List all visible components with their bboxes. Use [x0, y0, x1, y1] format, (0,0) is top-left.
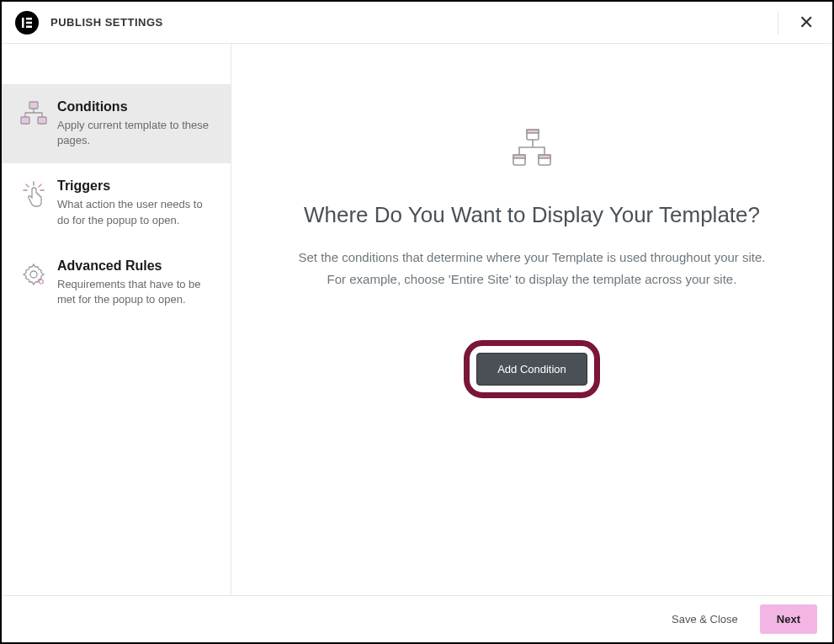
sidebar-item-title: Triggers	[57, 178, 215, 194]
svg-rect-5	[21, 117, 29, 124]
svg-rect-4	[29, 102, 38, 109]
sidebar-item-desc: What action the user needs to do for the…	[57, 197, 215, 227]
desc-line-2: For example, choose 'Entire Site' to dis…	[327, 272, 737, 286]
modal-header: PUBLISH SETTINGS ✕	[2, 2, 832, 44]
desc-line-1: Set the conditions that determine where …	[298, 250, 765, 264]
svg-point-12	[30, 271, 37, 278]
main-description: Set the conditions that determine where …	[265, 247, 799, 290]
sidebar-item-conditions[interactable]: Conditions Apply current template to the…	[2, 84, 231, 163]
svg-rect-1	[26, 18, 32, 20]
sidebar-item-title: Conditions	[57, 99, 215, 114]
elementor-logo	[15, 11, 39, 35]
sidebar-item-desc: Requirements that have to be met for the…	[57, 277, 215, 307]
modal-body: Conditions Apply current template to the…	[2, 44, 832, 595]
add-condition-highlight: Add Condition	[464, 340, 600, 398]
svg-rect-16	[513, 155, 525, 158]
svg-rect-3	[26, 25, 32, 28]
main-panel: Where Do You Want to Display Your Templa…	[231, 44, 832, 595]
add-condition-button[interactable]: Add Condition	[476, 353, 587, 386]
sidebar-item-advanced-rules[interactable]: Advanced Rules Requirements that have to…	[2, 243, 231, 322]
main-heading: Where Do You Want to Display Your Templa…	[265, 202, 799, 228]
sidebar-text: Conditions Apply current template to the…	[50, 99, 215, 148]
sidebar-text: Advanced Rules Requirements that have to…	[50, 258, 215, 307]
svg-rect-14	[527, 130, 539, 133]
hero-icon	[265, 128, 799, 168]
sidebar-item-title: Advanced Rules	[57, 258, 215, 274]
close-area: ✕	[778, 11, 819, 35]
svg-rect-18	[539, 155, 550, 158]
triggers-icon	[17, 178, 50, 227]
next-button[interactable]: Next	[760, 604, 817, 634]
advanced-rules-icon	[17, 258, 50, 307]
svg-rect-6	[38, 117, 46, 124]
svg-rect-2	[26, 21, 32, 24]
sidebar-item-triggers[interactable]: Triggers What action the user needs to d…	[2, 163, 231, 242]
modal-title: PUBLISH SETTINGS	[50, 16, 163, 29]
svg-line-8	[26, 184, 29, 187]
close-icon[interactable]: ✕	[794, 13, 819, 32]
conditions-icon	[17, 99, 50, 148]
modal-footer: Save & Close Next	[2, 595, 832, 642]
svg-line-9	[39, 184, 41, 187]
sidebar-item-desc: Apply current template to these pages.	[57, 118, 215, 148]
save-and-close-link[interactable]: Save & Close	[672, 613, 738, 625]
svg-rect-0	[22, 18, 24, 28]
sidebar: Conditions Apply current template to the…	[2, 44, 231, 595]
sidebar-text: Triggers What action the user needs to d…	[50, 178, 215, 227]
